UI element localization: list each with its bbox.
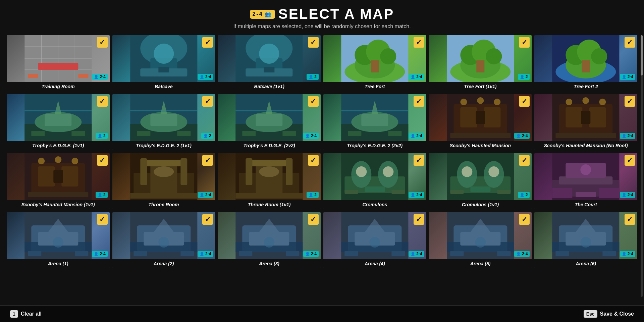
- map-card[interactable]: ✓ 👤 2-4 Scooby's Haunted Mansion (No Roo…: [534, 94, 637, 150]
- map-card[interactable]: ✓ 👤 2-4 Arena (6): [534, 212, 637, 268]
- map-card[interactable]: ✓ 👤 2-4 Training Room: [7, 35, 110, 91]
- svg-rect-166: [239, 251, 253, 256]
- player-icon: 👤: [94, 252, 99, 256]
- map-card[interactable]: ✓ 👤 2-4 Arena (3): [218, 212, 321, 268]
- map-card[interactable]: ✓ 👤 2-4 Arena (5): [429, 212, 532, 268]
- map-thumbnail: ✓ 👤 2-4: [7, 212, 110, 259]
- player-count-badge: 👤 2: [96, 133, 108, 139]
- svg-rect-77: [460, 107, 477, 127]
- map-card[interactable]: ✓ 👤 2-4 Cromulons: [323, 153, 426, 209]
- svg-point-123: [383, 166, 393, 177]
- svg-rect-9: [78, 74, 88, 78]
- map-name: Trophy's E.D.G.E. 2 (2v2): [323, 141, 426, 150]
- svg-rect-47: [31, 131, 45, 136]
- svg-point-41: [591, 48, 607, 64]
- map-card[interactable]: ✓ 👤 2-4 The Court: [534, 153, 637, 209]
- map-name: Arena (2): [112, 259, 215, 268]
- map-name: Arena (1): [7, 259, 110, 268]
- map-thumbnail: ✓ 👤 2: [7, 94, 110, 141]
- check-badge: ✓: [202, 96, 213, 107]
- player-count-badge: 👤 2: [201, 133, 213, 139]
- svg-rect-71: [348, 131, 361, 136]
- map-card[interactable]: ✓ 👤 2-4 Trophy's E.D.G.E. (2v2): [218, 94, 321, 150]
- svg-rect-63: [243, 131, 256, 136]
- svg-rect-158: [133, 251, 147, 256]
- map-card[interactable]: ✓ 👤 2-4 Arena (4): [323, 212, 426, 268]
- svg-point-116: [259, 166, 279, 177]
- map-thumbnail: ✓ 👤 2-4: [534, 35, 637, 82]
- map-card[interactable]: ✓ 👤 2 Trophy's E.D.G.E. (1v1): [7, 94, 110, 150]
- svg-point-27: [380, 48, 396, 64]
- clear-all-label[interactable]: Clear all: [21, 311, 42, 317]
- check-badge: ✓: [625, 96, 635, 107]
- svg-point-132: [488, 166, 499, 177]
- svg-rect-64: [283, 131, 296, 136]
- player-count-badge: 👤 2: [518, 192, 530, 198]
- svg-point-81: [477, 97, 484, 104]
- svg-rect-28: [371, 60, 379, 72]
- map-thumbnail: ✓ 👤 2: [112, 94, 215, 141]
- svg-rect-150: [28, 251, 41, 256]
- map-card[interactable]: ✓ 👤 2 Cromulons (1v1): [429, 153, 532, 209]
- svg-point-149: [53, 237, 63, 248]
- map-card[interactable]: ✓ 👤 2-4 Scooby's Haunted Mansion: [429, 94, 532, 150]
- check-badge: ✓: [519, 214, 530, 225]
- player-count-badge: 👤 2-4: [409, 251, 424, 257]
- clear-key-badge: 1: [10, 310, 18, 318]
- player-icon: 👤: [622, 134, 627, 138]
- map-thumbnail: ✓ 👤 2-4: [218, 212, 321, 259]
- check-badge: ✓: [308, 96, 319, 107]
- map-name: Arena (4): [323, 259, 426, 268]
- svg-rect-191: [603, 251, 616, 256]
- map-card[interactable]: ✓ 👤 2 Throne Room (1v1): [218, 153, 321, 209]
- player-count-badge: 👤 2-4: [620, 133, 635, 139]
- player-count-badge: 👤 2-4: [620, 251, 635, 257]
- map-card[interactable]: ✓ 👤 2-4 Arena (2): [112, 212, 215, 268]
- map-card[interactable]: ✓ 👤 2 Scooby's Haunted Mansion (1v1): [7, 153, 110, 209]
- map-name: Scooby's Haunted Mansion (No Roof): [534, 141, 637, 150]
- scrollbar-track[interactable]: [641, 35, 643, 297]
- map-card[interactable]: ✓ 👤 2-4 Batcave: [112, 35, 215, 91]
- players-icon: 👥: [265, 11, 272, 17]
- check-badge: ✓: [414, 37, 424, 48]
- player-count: 2-4: [416, 252, 422, 256]
- scrollbar-thumb[interactable]: [641, 35, 643, 75]
- bottom-left: 1 Clear all: [10, 310, 42, 318]
- map-card[interactable]: ✓ 👤 2-4 Tree Fort: [323, 35, 426, 91]
- svg-point-131: [462, 166, 472, 177]
- map-card[interactable]: ✓ 👤 2 Batcave (1v1): [218, 35, 321, 91]
- map-thumbnail: ✓ 👤 2: [218, 35, 321, 82]
- player-icon: 👤: [200, 75, 204, 79]
- svg-rect-101: [28, 192, 88, 197]
- map-card[interactable]: ✓ 👤 2 Trophy's E.D.G.E. 2 (1v1): [112, 94, 215, 150]
- svg-rect-174: [344, 251, 358, 256]
- svg-rect-151: [75, 251, 88, 256]
- svg-rect-35: [476, 60, 484, 72]
- map-name: Tree Fort (1v1): [429, 82, 532, 91]
- map-card[interactable]: ✓ 👤 2-4 Throne Room: [112, 153, 215, 209]
- svg-rect-143: [576, 192, 596, 197]
- map-card[interactable]: ✓ 👤 2-4 Trophy's E.D.G.E. 2 (2v2): [323, 94, 426, 150]
- map-card[interactable]: ✓ 👤 2 Tree Fort (1v1): [429, 35, 532, 91]
- map-card[interactable]: ✓ 👤 2-4 Arena (1): [7, 212, 110, 268]
- map-thumbnail: ✓ 👤 2-4: [534, 212, 637, 259]
- player-icon: 👤: [411, 134, 415, 138]
- player-icon: 👤: [200, 193, 204, 197]
- map-card[interactable]: ✓ 👤 2-4 Tree Fort 2: [534, 35, 637, 91]
- check-badge: ✓: [202, 37, 213, 48]
- map-thumbnail: ✓ 👤 2-4: [323, 153, 426, 200]
- svg-point-98: [38, 158, 45, 164]
- player-count-badge: 👤 2-4: [620, 74, 635, 80]
- svg-point-142: [581, 164, 591, 175]
- player-icon: 👤: [411, 252, 415, 256]
- player-count: 2: [314, 193, 317, 197]
- svg-point-122: [356, 166, 367, 177]
- maps-grid: ✓ 👤 2-4 Training Room ✓ 👤 2-: [7, 35, 637, 268]
- player-icon: 👤: [622, 252, 627, 256]
- save-close-label[interactable]: Save & Close: [600, 311, 634, 317]
- player-count: 2-4: [628, 74, 633, 79]
- player-count-badge: 👤 2: [96, 192, 108, 198]
- check-badge: ✓: [625, 37, 635, 48]
- check-badge: ✓: [414, 155, 424, 166]
- check-badge: ✓: [519, 37, 530, 48]
